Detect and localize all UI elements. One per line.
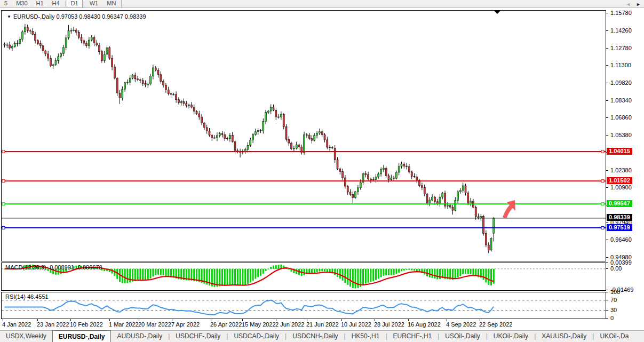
timeframe-button-h4[interactable]: H4	[48, 0, 64, 7]
date-tick-label: 7 Apr 2022	[171, 321, 200, 328]
macd-axis-tick	[606, 290, 608, 290]
y-axis-tick	[606, 170, 608, 171]
date-tick-label: 16 Aug 2022	[408, 321, 441, 328]
rsi-axis-tick	[606, 292, 608, 292]
price-axis[interactable]: 1.157801.142601.127801.113001.098201.083…	[606, 10, 644, 320]
y-axis-tick-label: 1.06860	[610, 114, 632, 121]
macd-axis-label: 0.00	[610, 265, 622, 272]
date-tick-label: 1 Mar 2022	[109, 321, 139, 328]
rsi-panel[interactable]: RSI(14) 46.4551	[1, 292, 606, 319]
chart-header: ▼EURUSD-,Daily0.970530.984300.963470.983…	[7, 13, 148, 20]
toolbar-separator	[65, 1, 66, 7]
timeframe-toolbar: 5M30H1H4D1W1MN	[0, 0, 644, 8]
timeframe-button-5[interactable]: 5	[0, 0, 12, 7]
hline-handle[interactable]	[601, 180, 604, 182]
tab-eurusd-daily[interactable]: EURUSD-,Daily	[52, 330, 112, 342]
date-tick-label: 10 Feb 2022	[70, 321, 103, 328]
red-up-arrow[interactable]	[503, 200, 515, 219]
tab-usdchf-daily[interactable]: USDCHF-,Daily	[170, 331, 226, 342]
y-axis-tick-label: 1.11300	[610, 62, 631, 68]
toolbar-separator	[121, 0, 122, 7]
macd-panel[interactable]: MACD(12,26,9) -0.008991 -0.006678	[1, 263, 606, 291]
rsi-axis-label: 30	[610, 307, 617, 313]
hline-handle[interactable]	[2, 226, 5, 229]
horizontal-lines[interactable]	[2, 150, 606, 229]
tab-audusd-daily[interactable]: AUDUSD-,Daily	[111, 331, 168, 342]
rsi-axis-tick	[606, 300, 608, 300]
tab-usdcnh-daily[interactable]: USDCNH-,Daily	[287, 331, 344, 342]
hline-handle[interactable]	[601, 203, 604, 205]
tab-usdx-weekly[interactable]: USDX,Weekly	[0, 331, 52, 342]
tab-scroll-right-icon[interactable]: ►	[636, 2, 641, 7]
y-axis-tick	[606, 222, 608, 223]
chart-shift-marker[interactable]	[494, 11, 500, 14]
candlestick-chart[interactable]	[2, 11, 606, 261]
tab-scroll-left-icon[interactable]: ◄	[626, 2, 631, 7]
rsi-label: RSI(14) 46.4551	[5, 293, 49, 300]
tab-hk50-h1[interactable]: HK50-,H1	[346, 331, 386, 342]
tab-ukoil-daily[interactable]: UKOil-,Daily	[488, 331, 534, 342]
date-tick-label: 21 Jun 2022	[306, 321, 339, 328]
rsi-line	[5, 300, 494, 315]
tab-ukoil-da[interactable]: UKOil-,Da	[594, 331, 634, 342]
date-tick-label: 22 Sep 2022	[479, 321, 512, 328]
rsi-axis-label: 70	[610, 297, 617, 303]
chart-symbol-title: EURUSD-,Daily	[13, 13, 55, 20]
timeframe-button-d1[interactable]: D1	[67, 0, 83, 8]
date-tick-label: 4 Jan 2022	[2, 321, 31, 328]
y-axis-tick	[606, 117, 608, 118]
rsi-axis-tick	[606, 310, 608, 311]
ohlc-low: 0.96347	[102, 13, 123, 20]
timeframe-button-m30[interactable]: M30	[12, 0, 31, 7]
price-chart-panel[interactable]: ▼EURUSD-,Daily0.970530.984300.963470.983…	[1, 10, 606, 261]
date-tick-label: 23 Jan 2022	[37, 321, 69, 328]
y-axis-tick-label: 1.00900	[610, 184, 632, 190]
y-axis-tick	[606, 30, 608, 31]
date-tick-label: 10 Jul 2022	[341, 321, 371, 328]
y-axis-tick-label: 1.09820	[610, 79, 632, 86]
timeframe-button-mn[interactable]: MN	[102, 0, 120, 7]
hline-price-label: 0.99547	[607, 200, 632, 207]
y-axis-tick-label: 1.02380	[610, 167, 632, 173]
ohlc-open: 0.97053	[57, 13, 78, 20]
date-tick-label: 20 Mar 2022	[138, 321, 171, 328]
y-axis-tick	[606, 240, 608, 240]
y-axis-tick	[606, 13, 608, 13]
hline-handle[interactable]	[601, 226, 604, 229]
hline-handle[interactable]	[601, 150, 604, 153]
y-axis-tick	[606, 100, 608, 101]
candles	[4, 24, 495, 253]
tab-eurchf-h1[interactable]: EURCHF-,H1	[387, 331, 438, 342]
hline-price-label: 1.01502	[607, 177, 632, 184]
y-axis-tick	[606, 48, 608, 49]
chart-tab-bar: USDX,WeeklyEURUSD-,DailyAUDUSD-,Daily|US…	[0, 330, 644, 342]
toolbar-separator	[84, 1, 84, 7]
y-axis-tick-label: 1.14260	[610, 27, 632, 34]
tab-scroll-arrows: ◄ ►	[626, 2, 641, 7]
rsi-axis-label: 100	[610, 289, 620, 295]
y-axis-tick-label: 1.15780	[610, 10, 632, 16]
timeframe-button-h1[interactable]: H1	[32, 0, 48, 7]
y-axis-tick	[606, 135, 608, 136]
current-price-label: 0.98339	[607, 214, 632, 221]
date-tick-label: 15 May 2022	[242, 321, 276, 328]
rsi-chart	[2, 292, 606, 319]
ohlc-high: 0.98430	[79, 13, 100, 20]
tab-usoil-daily[interactable]: USOil-,Daily	[439, 331, 486, 342]
hline-handle[interactable]	[2, 180, 5, 182]
symbol-dropdown-icon[interactable]: ▼	[7, 14, 11, 19]
y-axis-tick	[606, 65, 608, 66]
hline-handle[interactable]	[2, 150, 5, 153]
date-tick-label: 4 Sep 2022	[446, 321, 476, 328]
y-axis-tick-label: 1.08340	[610, 97, 632, 104]
tab-usdcad-daily[interactable]: USDCAD-,Daily	[228, 331, 285, 342]
y-axis-tick-label: 1.12780	[610, 45, 632, 51]
hline-handle[interactable]	[2, 203, 5, 205]
date-axis[interactable]: 4 Jan 202223 Jan 202210 Feb 20221 Mar 20…	[0, 319, 644, 330]
y-axis-tick-label: 0.96460	[610, 236, 632, 243]
y-axis-tick	[606, 187, 608, 188]
ohlc-close: 0.98339	[125, 13, 146, 20]
macd-axis-tick	[606, 263, 608, 263]
tab-xauusd-daily[interactable]: XAUUSD-,Daily	[536, 331, 592, 342]
timeframe-button-w1[interactable]: W1	[85, 0, 103, 7]
